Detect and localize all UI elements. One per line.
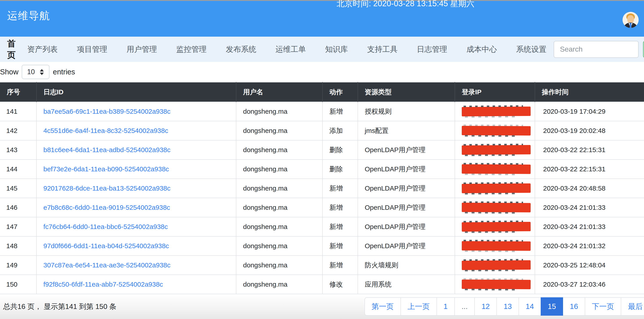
nav-item-1[interactable]: 项目管理	[77, 44, 114, 54]
nav-item-10[interactable]: 系统设置	[516, 44, 554, 54]
table-row: 150f92f8c50-6fdf-11ea-abb7-5254002a938cd…	[0, 275, 644, 294]
action-cell: 添加	[322, 121, 358, 140]
log-id-link[interactable]: f92f8c50-6fdf-11ea-abb7-5254002a938c	[44, 281, 163, 288]
ip-redaction-bar	[462, 241, 531, 251]
log-table: 序号日志ID用户名动作资源类型登录IP操作时间 141ba7ee5a6-69c1…	[0, 82, 644, 294]
table-row: 144bef73e2e-6da1-11ea-b090-5254002a938cd…	[0, 159, 644, 179]
search-input[interactable]	[554, 41, 639, 58]
show-label: Show	[0, 68, 18, 76]
pagination-button-第一页[interactable]: 第一页	[364, 297, 401, 316]
select-updown-icon	[40, 69, 44, 75]
resource-type-cell: OpenLDAP用户管理	[358, 140, 455, 159]
login-ip-cell	[455, 217, 535, 236]
nav-item-8[interactable]: 日志管理	[417, 44, 454, 54]
nav-item-label: 成本中心	[466, 44, 497, 54]
nav-item-label: 监控管理	[176, 44, 206, 54]
login-ip-cell	[455, 198, 535, 217]
log-id-cell: ba7ee5a6-69c1-11ea-b389-5254002a938c	[36, 102, 236, 121]
pagination: 第一页上一页1...1213141516下一页最后	[364, 297, 644, 316]
resource-type-cell: OpenLDAP用户管理	[358, 217, 455, 236]
action-cell: 新增	[322, 179, 358, 198]
pagination-button-16[interactable]: 16	[562, 297, 585, 316]
column-header-4: 资源类型	[358, 82, 455, 102]
log-table-header: 序号日志ID用户名动作资源类型登录IP操作时间	[0, 82, 644, 102]
nav-item-3[interactable]: 监控管理	[176, 44, 214, 54]
table-row: 14592017628-6dce-11ea-ba13-5254002a938cd…	[0, 179, 644, 198]
username-cell: dongsheng.ma	[236, 236, 322, 256]
ip-redaction-bar	[462, 107, 531, 116]
ip-redaction-bar	[462, 280, 531, 289]
log-id-cell: fc76cb64-6dd0-11ea-bbc6-5254002a938c	[36, 217, 236, 236]
login-ip-cell	[455, 140, 535, 159]
table-row: 143b81c6ee4-6da1-11ea-adbd-5254002a938cd…	[0, 140, 644, 159]
entries-length-select[interactable]: 10	[22, 65, 50, 79]
entries-label: entries	[53, 68, 75, 76]
pagination-button-下一页[interactable]: 下一页	[585, 297, 621, 316]
table-row: 14897d0f666-6dd1-11ea-b04d-5254002a938cd…	[0, 236, 644, 256]
pagination-button-上一页[interactable]: 上一页	[400, 297, 437, 316]
pagination-ellipsis: ...	[454, 297, 475, 316]
ip-redaction-bar	[462, 126, 531, 136]
pagination-button-15[interactable]: 15	[541, 297, 563, 316]
login-ip-cell	[455, 256, 535, 275]
nav-item-label: 运维工单	[276, 44, 306, 54]
row-no-cell: 141	[0, 102, 36, 121]
page: 运维导航 北京时间: 2020-03-28 13:15:45 星期六 首页 资产…	[0, 0, 644, 319]
username-cell: dongsheng.ma	[236, 159, 322, 179]
nav-item-4[interactable]: 发布系统	[226, 44, 264, 54]
user-avatar[interactable]	[622, 12, 639, 28]
nav-item-5[interactable]: 运维工单	[276, 44, 313, 54]
log-id-link[interactable]: 307c87ea-6e54-11ea-ae3e-5254002a938c	[44, 261, 170, 269]
action-cell: 新增	[322, 217, 358, 236]
log-id-link[interactable]: ba7ee5a6-69c1-11ea-b389-5254002a938c	[44, 108, 170, 115]
action-cell: 新增	[322, 198, 358, 217]
username-cell: dongsheng.ma	[236, 140, 322, 159]
pagination-button-13[interactable]: 13	[496, 297, 519, 316]
column-header-2: 用户名	[236, 82, 322, 102]
username-cell: dongsheng.ma	[236, 102, 322, 121]
table-row: 147fc76cb64-6dd0-11ea-bbc6-5254002a938cd…	[0, 217, 644, 236]
footer-bar: 总共16 页， 显示第141 到第 150 条 第一页上一页1...121314…	[0, 294, 644, 319]
entries-select-value: 10	[27, 68, 35, 76]
nav-item-label: 系统设置	[516, 44, 546, 54]
pagination-button-12[interactable]: 12	[474, 297, 497, 316]
log-id-link[interactable]: bef73e2e-6da1-11ea-b090-5254002a938c	[44, 165, 169, 173]
action-cell: 新增	[322, 102, 358, 121]
log-id-cell: bef73e2e-6da1-11ea-b090-5254002a938c	[36, 159, 236, 179]
nav-item-label: 日志管理	[417, 44, 447, 54]
log-id-link[interactable]: 97d0f666-6dd1-11ea-b04d-5254002a938c	[44, 242, 169, 250]
log-id-link[interactable]: e7b8c68c-6dd0-11ea-9019-5254002a938c	[44, 204, 170, 211]
operation-time-cell: 2020-03-24 21:01:33	[535, 198, 644, 217]
pagination-button-1[interactable]: 1	[436, 297, 455, 316]
login-ip-cell	[455, 179, 535, 198]
nav-item-6[interactable]: 知识库	[325, 44, 355, 54]
username-cell: dongsheng.ma	[236, 121, 322, 140]
action-cell: 删除	[322, 140, 358, 159]
login-ip-cell	[455, 159, 535, 179]
pagination-button-最后[interactable]: 最后	[621, 297, 644, 316]
resource-type-cell: 防火墙规则	[358, 256, 455, 275]
nav-item-9[interactable]: 成本中心	[466, 44, 504, 54]
nav-item-home[interactable]: 首页	[7, 38, 16, 61]
avatar-face	[627, 15, 634, 23]
action-cell: 删除	[322, 159, 358, 179]
resource-type-cell: OpenLDAP用户管理	[358, 198, 455, 217]
log-id-cell: e7b8c68c-6dd0-11ea-9019-5254002a938c	[36, 198, 236, 217]
nav-item-7[interactable]: 支持工具	[367, 44, 405, 54]
nav-item-0[interactable]: 资产列表	[27, 44, 65, 54]
column-header-1: 日志ID	[36, 82, 236, 102]
row-no-cell: 142	[0, 121, 36, 140]
operation-time-cell: 2020-03-19 20:02:48	[535, 121, 644, 140]
log-id-link[interactable]: 4c551d6e-6a4f-11ea-8c32-5254002a938c	[44, 127, 168, 134]
log-id-link[interactable]: 92017628-6dce-11ea-ba13-5254002a938c	[44, 185, 170, 192]
pagination-button-14[interactable]: 14	[518, 297, 541, 316]
log-id-link[interactable]: fc76cb64-6dd0-11ea-bbc6-5254002a938c	[44, 223, 168, 230]
log-id-cell: f92f8c50-6fdf-11ea-abb7-5254002a938c	[36, 275, 236, 294]
ip-redaction-bar	[462, 164, 531, 174]
search-button[interactable]: Search	[643, 41, 644, 58]
login-ip-cell	[455, 121, 535, 140]
operation-time-cell: 2020-03-24 20:48:58	[535, 179, 644, 198]
nav-item-2[interactable]: 用户管理	[126, 44, 164, 54]
nav-item-label: 用户管理	[126, 44, 157, 54]
log-id-link[interactable]: b81c6ee4-6da1-11ea-adbd-5254002a938c	[44, 146, 170, 153]
